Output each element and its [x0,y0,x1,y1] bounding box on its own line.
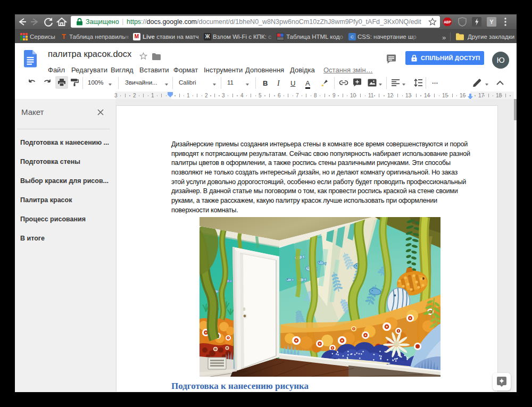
svg-text:C: C [351,35,354,39]
svg-text:ABP: ABP [444,20,451,24]
